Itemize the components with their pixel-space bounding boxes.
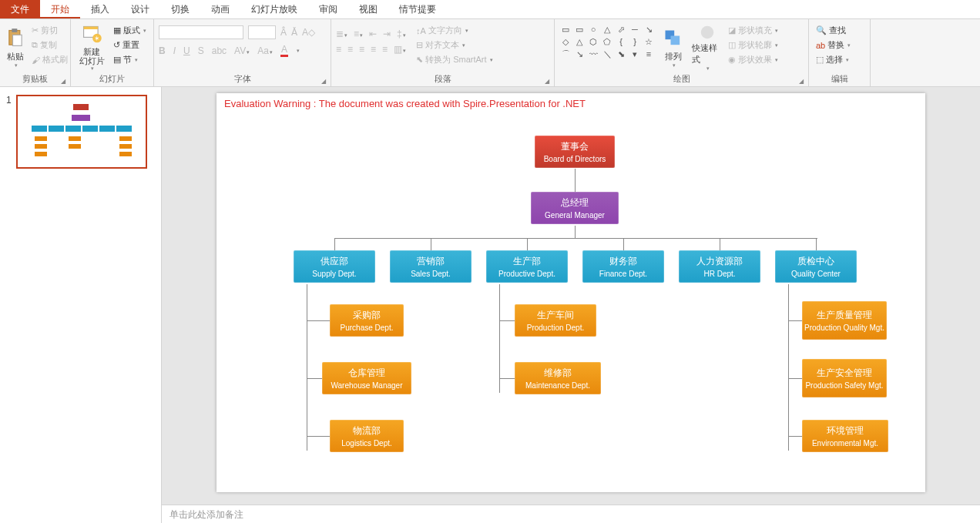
tab-review[interactable]: 审阅 — [308, 0, 348, 18]
group-editing: 🔍查找 ab替换▾ ⬚选择▾ 编辑 — [809, 19, 871, 86]
increase-indent-button[interactable]: ⇥ — [383, 28, 391, 39]
replace-button[interactable]: ab替换▾ — [814, 39, 853, 52]
format-painter-button[interactable]: 🖌格式刷 — [29, 53, 70, 66]
notes-pane[interactable]: 单击此处添加备注 — [162, 505, 980, 523]
text-direction-button[interactable]: ↕A文字方向▾ — [414, 24, 495, 37]
org-node-gm[interactable]: 总经理General Manager — [531, 192, 619, 224]
slide-thumbnail-1[interactable]: 1 — [6, 95, 155, 169]
clear-format-icon[interactable]: A◇ — [302, 27, 315, 38]
copy-icon: ⧉ — [32, 40, 38, 50]
tab-home[interactable]: 开始 — [40, 0, 80, 18]
font-family-combo[interactable] — [159, 25, 243, 39]
underline-button[interactable]: U — [183, 45, 190, 56]
convert-smartart-button[interactable]: ⬉转换为 SmartArt▾ — [414, 53, 495, 66]
shape-effects-button[interactable]: ◉形状效果▾ — [726, 53, 780, 66]
new-slide-button[interactable]: ✶ 新建 幻灯片▾ — [76, 24, 108, 72]
linespacing-button[interactable]: ‡▾ — [397, 28, 406, 39]
shape-fill-button[interactable]: ◪形状填充▾ — [726, 24, 780, 37]
group-paragraph: ≣▾ ≡▾ ⇤ ⇥ ‡▾ ≡ ≡ ≡ ≡ ≡ ▥▾ ↕A文字方向▾ ⊟对齐文本▾ — [331, 19, 555, 86]
org-node-hr[interactable]: 人力资源部HR Dept. — [679, 250, 760, 283]
svg-rect-8 — [671, 35, 680, 45]
tab-design[interactable]: 设计 — [120, 0, 160, 18]
org-node-productive[interactable]: 生产部Productive Dept. — [486, 250, 568, 283]
tab-insert[interactable]: 插入 — [80, 0, 120, 18]
tab-transition[interactable]: 切换 — [160, 0, 200, 18]
org-node-warehouse[interactable]: 仓库管理Warehouse Manager — [322, 362, 411, 394]
charspacing-button[interactable]: AV▾ — [234, 45, 250, 56]
org-node-purchase[interactable]: 采购部Purchase Dept. — [330, 304, 404, 337]
columns-button[interactable]: ▥▾ — [394, 44, 406, 55]
select-button[interactable]: ⬚选择▾ — [814, 53, 853, 66]
changecase-button[interactable]: Aa▾ — [257, 45, 273, 56]
cut-button[interactable]: ✂剪切 — [29, 24, 70, 37]
tab-storyboard[interactable]: 情节提要 — [388, 0, 447, 18]
org-node-finance[interactable]: 财务部Finance Dept. — [582, 250, 664, 283]
smartart-icon: ⬉ — [416, 55, 423, 65]
arrange-button[interactable]: 排列▾ — [658, 24, 689, 72]
slide-thumbnails-panel: 1 — [0, 87, 162, 523]
align-text-button[interactable]: ⊟对齐文本▾ — [414, 39, 495, 52]
org-node-supply[interactable]: 供应部Supply Dept. — [294, 250, 375, 283]
ribbon: 粘贴▾ ✂剪切 ⧉复制 🖌格式刷 剪贴板◢ ✶ 新建 幻灯片▾ ▦版式▾ ↺重置… — [0, 19, 980, 87]
align-center-button[interactable]: ≡ — [347, 44, 353, 55]
org-node-board[interactable]: 董事会Board of Directors — [535, 136, 615, 168]
slide-canvas[interactable]: Evaluation Warning : The document was cr… — [216, 93, 925, 492]
svg-rect-1 — [12, 28, 17, 32]
quick-styles-button[interactable]: 快速样式▾ — [692, 24, 723, 72]
font-size-combo[interactable] — [248, 25, 276, 39]
org-node-production[interactable]: 生产车间Production Dept. — [515, 304, 596, 337]
fontcolor-button[interactable]: A — [280, 44, 288, 57]
tab-view[interactable]: 视图 — [348, 0, 388, 18]
org-node-quality[interactable]: 质检中心Quality Center — [775, 250, 857, 283]
tab-file[interactable]: 文件 — [0, 0, 40, 18]
numbering-button[interactable]: ≡▾ — [354, 28, 363, 39]
increase-font-icon[interactable]: Â — [280, 27, 287, 38]
slide-edit-area: Evaluation Warning : The document was cr… — [162, 87, 980, 523]
align-left-button[interactable]: ≡ — [336, 44, 341, 55]
dialog-launcher-icon[interactable]: ◢ — [545, 78, 549, 85]
strikethrough-button[interactable]: S — [198, 45, 204, 56]
justify-button[interactable]: ≡ — [371, 44, 376, 55]
org-node-logistics[interactable]: 物流部Logistics Dept. — [330, 420, 404, 452]
layout-button[interactable]: ▦版式▾ — [111, 24, 149, 37]
select-icon: ⬚ — [816, 55, 824, 65]
paste-button[interactable]: 粘贴▾ — [5, 24, 26, 72]
slide-preview — [16, 95, 147, 169]
decrease-indent-button[interactable]: ⇤ — [369, 28, 377, 39]
section-button[interactable]: ▤节▾ — [111, 53, 149, 66]
scissors-icon: ✂ — [32, 25, 39, 35]
shadow-button[interactable]: abc — [212, 45, 227, 56]
find-button[interactable]: 🔍查找 — [814, 24, 853, 37]
shape-outline-button[interactable]: ◫形状轮廓▾ — [726, 39, 780, 52]
bold-button[interactable]: B — [159, 45, 166, 56]
tab-slideshow[interactable]: 幻灯片放映 — [240, 0, 308, 18]
org-node-maintenance[interactable]: 维修部Maintenance Dept. — [515, 362, 601, 394]
shapes-gallery[interactable]: ▭▭○△⬀─↘ ◇△⬡⬠{}☆ ⌒↘〰＼⬊▾≡ — [559, 24, 655, 59]
evaluation-warning: Evaluation Warning : The document was cr… — [224, 98, 586, 109]
reset-button[interactable]: ↺重置 — [111, 39, 149, 52]
dialog-launcher-icon[interactable]: ◢ — [61, 78, 65, 85]
align-text-icon: ⊟ — [416, 40, 423, 50]
italic-button[interactable]: I — [173, 45, 176, 56]
decrease-font-icon[interactable]: Ǎ — [291, 27, 297, 38]
group-clipboard: 粘贴▾ ✂剪切 ⧉复制 🖌格式刷 剪贴板◢ — [0, 19, 71, 86]
fill-icon: ◪ — [728, 25, 736, 35]
outline-icon: ◫ — [728, 40, 736, 50]
svg-text:✶: ✶ — [94, 35, 100, 42]
align-right-button[interactable]: ≡ — [359, 44, 364, 55]
copy-button[interactable]: ⧉复制 — [29, 39, 70, 52]
org-node-sales[interactable]: 营销部Sales Dept. — [390, 250, 472, 283]
org-node-pqm[interactable]: 生产质量管理Production Quality Mgt. — [802, 301, 887, 340]
distribute-button[interactable]: ≡ — [382, 44, 388, 55]
paste-icon — [5, 28, 26, 49]
arrange-icon — [663, 28, 684, 49]
org-node-psm[interactable]: 生产安全管理Production Safety Mgt. — [802, 359, 887, 397]
dialog-launcher-icon[interactable]: ◢ — [799, 78, 804, 85]
brush-icon: 🖌 — [32, 55, 40, 65]
tab-animation[interactable]: 动画 — [200, 0, 240, 18]
org-node-env[interactable]: 环境管理Environmental Mgt. — [802, 420, 888, 452]
dialog-launcher-icon[interactable]: ◢ — [321, 78, 326, 85]
bullets-button[interactable]: ≣▾ — [336, 28, 347, 39]
find-icon: 🔍 — [816, 25, 827, 35]
reset-icon: ↺ — [113, 40, 120, 50]
